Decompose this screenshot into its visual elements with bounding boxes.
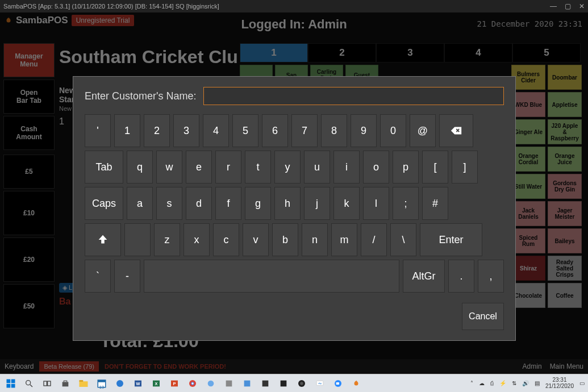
- window-maximize[interactable]: ▢: [565, 2, 571, 10]
- calendar-icon[interactable]: 19: [94, 376, 109, 391]
- key-o[interactable]: o: [363, 151, 389, 184]
- system-tray[interactable]: ˄ ☁ ⎙ ⚡ ⇅ 🔊 ▤ 23:31 21/12/2020 ▭: [470, 377, 585, 389]
- key-tab[interactable]: Tab: [85, 151, 123, 184]
- key-p[interactable]: p: [393, 151, 419, 184]
- explorer-icon[interactable]: [76, 376, 91, 391]
- key-][interactable]: ]: [452, 151, 478, 184]
- key-,[interactable]: ,: [478, 260, 504, 293]
- key-f[interactable]: f: [215, 187, 241, 220]
- tray-time: 23:31: [545, 377, 574, 383]
- key-5[interactable]: 5: [232, 114, 258, 147]
- key-y[interactable]: y: [274, 151, 301, 184]
- tray-clock[interactable]: 23:31 21/12/2020: [545, 377, 574, 389]
- key-b[interactable]: b: [272, 223, 298, 256]
- key-#[interactable]: #: [422, 187, 448, 220]
- key-9[interactable]: 9: [351, 114, 377, 147]
- key-u[interactable]: u: [304, 151, 330, 184]
- sambapos-task-icon[interactable]: [349, 376, 364, 391]
- app-icon-5[interactable]: [276, 376, 291, 391]
- excel-icon[interactable]: X: [149, 376, 164, 391]
- key-j[interactable]: j: [304, 187, 330, 220]
- cancel-button[interactable]: Cancel: [462, 303, 504, 330]
- key-'[interactable]: ': [85, 114, 111, 147]
- window-title: SambaPOS [App: 5.3.1] (10/11/2020 12:09:…: [3, 3, 219, 10]
- key-t[interactable]: t: [245, 151, 271, 184]
- key-\[interactable]: \: [390, 223, 416, 256]
- key-m[interactable]: m: [331, 223, 357, 256]
- search-icon[interactable]: [22, 376, 36, 391]
- key-6[interactable]: 6: [262, 114, 288, 147]
- key-caps[interactable]: Caps: [85, 187, 123, 220]
- key-q[interactable]: q: [127, 151, 153, 184]
- start-button[interactable]: [3, 376, 18, 391]
- window-minimize[interactable]: —: [550, 2, 557, 10]
- key-d[interactable]: d: [186, 187, 212, 220]
- key-r[interactable]: r: [215, 151, 241, 184]
- key-2[interactable]: 2: [144, 114, 170, 147]
- customer-name-input[interactable]: [203, 87, 504, 105]
- svg-rect-9: [80, 381, 88, 387]
- key-@[interactable]: @: [410, 114, 436, 147]
- powerpoint-icon[interactable]: P: [167, 376, 182, 391]
- key-altgr[interactable]: AltGr: [403, 260, 445, 293]
- store-icon[interactable]: [58, 376, 73, 391]
- tray-onedrive-icon[interactable]: ☁: [479, 380, 485, 386]
- key-3[interactable]: 3: [173, 114, 199, 147]
- word-icon[interactable]: W: [131, 376, 145, 391]
- key-;[interactable]: ;: [393, 187, 419, 220]
- app-icon-3[interactable]: [240, 376, 255, 391]
- key-8[interactable]: 8: [321, 114, 347, 147]
- edge-icon[interactable]: [112, 376, 127, 391]
- key-0[interactable]: 0: [380, 114, 406, 147]
- key-/[interactable]: /: [361, 223, 387, 256]
- taskview-icon[interactable]: [40, 376, 55, 391]
- tray-language-icon[interactable]: ▤: [535, 380, 540, 386]
- app-icon-1[interactable]: [203, 376, 218, 391]
- key-x[interactable]: x: [184, 223, 210, 256]
- key-shift[interactable]: [85, 223, 121, 256]
- key-z[interactable]: z: [154, 223, 180, 256]
- tray-notifications-icon[interactable]: ▭: [579, 380, 585, 386]
- key--[interactable]: -: [114, 260, 140, 293]
- tray-network-icon[interactable]: ⚡: [499, 380, 506, 386]
- obs-icon[interactable]: [294, 376, 309, 391]
- key-`[interactable]: `: [85, 260, 111, 293]
- window-close[interactable]: ✕: [579, 2, 585, 10]
- tray-wifi-icon[interactable]: ⇅: [512, 380, 516, 386]
- key-h[interactable]: h: [274, 187, 301, 220]
- key-enter[interactable]: Enter: [420, 223, 482, 256]
- svg-rect-24: [226, 380, 232, 386]
- key-7[interactable]: 7: [291, 114, 318, 147]
- key-k[interactable]: k: [333, 187, 360, 220]
- key-e[interactable]: e: [186, 151, 212, 184]
- key-l[interactable]: l: [363, 187, 389, 220]
- key-backspace[interactable]: [439, 114, 473, 147]
- on-screen-keyboard: '1234567890@Tabqwertyuiop[]Capsasdfghjkl…: [85, 114, 504, 293]
- key-blank[interactable]: [124, 223, 151, 256]
- key-n[interactable]: n: [302, 223, 328, 256]
- sky-icon[interactable]: sky: [312, 376, 327, 391]
- key-i[interactable]: i: [333, 151, 360, 184]
- key-1[interactable]: 1: [114, 114, 140, 147]
- key-w[interactable]: w: [156, 151, 182, 184]
- key-a[interactable]: a: [127, 187, 153, 220]
- svg-rect-26: [262, 380, 269, 386]
- key-[[interactable]: [: [422, 151, 448, 184]
- svg-rect-27: [281, 380, 287, 386]
- tray-chevron-up-icon[interactable]: ˄: [470, 380, 473, 386]
- tray-volume-icon[interactable]: 🔊: [522, 380, 529, 386]
- key-s[interactable]: s: [156, 187, 182, 220]
- zoom-icon[interactable]: [331, 376, 345, 391]
- key-4[interactable]: 4: [203, 114, 229, 147]
- key-space[interactable]: [144, 260, 399, 293]
- key-c[interactable]: c: [213, 223, 239, 256]
- app-icon-2[interactable]: [222, 376, 236, 391]
- key-.[interactable]: .: [448, 260, 474, 293]
- svg-point-13: [116, 380, 123, 387]
- app-icon-4[interactable]: [258, 376, 273, 391]
- chrome-icon[interactable]: [185, 376, 200, 391]
- windows-taskbar[interactable]: 19 W X P sky ˄ ☁ ⎙ ⚡ ⇅ 🔊 ▤ 23:31 21/12/2…: [0, 374, 588, 392]
- key-g[interactable]: g: [245, 187, 271, 220]
- tray-printer-icon[interactable]: ⎙: [490, 380, 494, 386]
- key-v[interactable]: v: [243, 223, 269, 256]
